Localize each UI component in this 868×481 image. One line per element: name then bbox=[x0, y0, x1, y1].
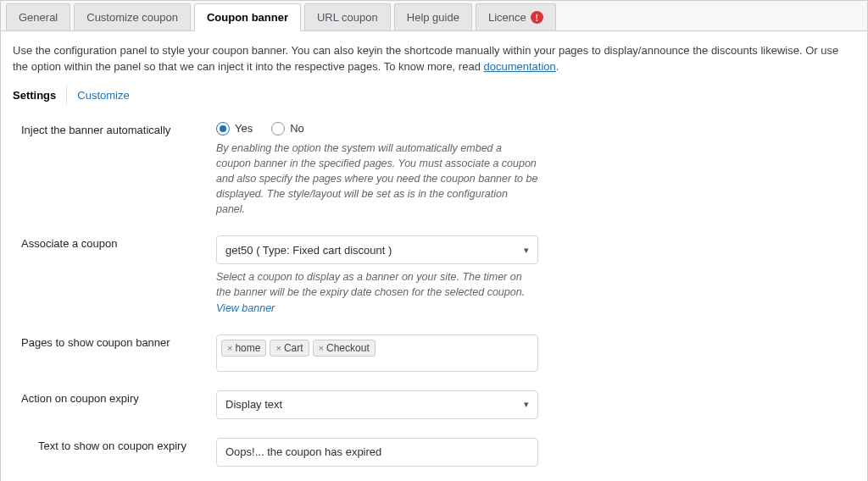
expiry-action-select[interactable]: Display text ▾ bbox=[216, 390, 538, 419]
pages-label: Pages to show coupon banner bbox=[1, 326, 213, 382]
remove-tag-icon[interactable]: × bbox=[227, 343, 232, 353]
tag-cart-label: Cart bbox=[284, 342, 303, 354]
associate-label: Associate a coupon bbox=[1, 227, 213, 325]
associate-select[interactable]: get50 ( Type: Fixed cart discount ) ▾ bbox=[216, 235, 538, 264]
tab-coupon-banner[interactable]: Coupon banner bbox=[194, 3, 301, 31]
inject-yes-label: Yes bbox=[235, 122, 253, 135]
tag-cart[interactable]: ×Cart bbox=[270, 340, 309, 357]
inject-no-label: No bbox=[290, 122, 304, 135]
inject-no-option[interactable]: No bbox=[271, 122, 304, 135]
subtab-customize[interactable]: Customize bbox=[70, 86, 137, 105]
expiry-action-value: Display text bbox=[225, 398, 282, 411]
intro-post: . bbox=[556, 60, 559, 73]
sub-tabs: Settings Customize bbox=[1, 82, 867, 113]
inject-no-radio[interactable] bbox=[271, 122, 285, 135]
banner-click-label: Action on banner click bbox=[1, 477, 213, 481]
intro-text: Use the configuration panel to style you… bbox=[1, 31, 867, 82]
subtab-settings[interactable]: Settings bbox=[13, 86, 67, 105]
tab-url-coupon[interactable]: URL coupon bbox=[304, 3, 391, 30]
expiry-action-label: Action on coupon expiry bbox=[1, 382, 213, 429]
remove-tag-icon[interactable]: × bbox=[319, 343, 324, 353]
tab-licence[interactable]: Licence ! bbox=[476, 3, 556, 30]
tag-home[interactable]: ×home bbox=[221, 340, 266, 357]
tab-help-guide[interactable]: Help guide bbox=[394, 3, 472, 30]
tab-general[interactable]: General bbox=[6, 3, 70, 30]
inject-yes-radio[interactable] bbox=[216, 122, 230, 135]
intro-pre: Use the configuration panel to style you… bbox=[13, 44, 838, 73]
associate-help: Select a coupon to display as a banner o… bbox=[216, 269, 538, 315]
chevron-down-icon: ▾ bbox=[524, 399, 529, 410]
alert-icon: ! bbox=[531, 11, 543, 24]
associate-help-pre: Select a coupon to display as a banner o… bbox=[216, 271, 525, 298]
inject-yes-option[interactable]: Yes bbox=[216, 122, 253, 135]
remove-tag-icon[interactable]: × bbox=[275, 343, 281, 353]
settings-form: Inject the banner automatically Yes No B… bbox=[1, 113, 867, 481]
pages-tag-input[interactable]: ×home ×Cart ×Checkout bbox=[216, 334, 538, 372]
expiry-text-label: Text to show on coupon expiry bbox=[1, 429, 213, 477]
expiry-text-input[interactable] bbox=[216, 438, 538, 467]
view-banner-link[interactable]: View banner bbox=[216, 302, 275, 314]
associate-value: get50 ( Type: Fixed cart discount ) bbox=[225, 244, 392, 257]
tag-checkout-label: Checkout bbox=[326, 342, 370, 354]
inject-help: By enabling the option the system will a… bbox=[216, 141, 538, 218]
tab-licence-label: Licence bbox=[488, 11, 526, 24]
inject-label: Inject the banner automatically bbox=[1, 113, 213, 228]
tag-checkout[interactable]: ×Checkout bbox=[313, 340, 376, 357]
documentation-link[interactable]: documentation bbox=[483, 60, 555, 73]
tab-customize-coupon[interactable]: Customize coupon bbox=[74, 3, 191, 30]
chevron-down-icon: ▾ bbox=[524, 245, 529, 256]
tag-home-label: home bbox=[235, 342, 260, 354]
top-tabs: General Customize coupon Coupon banner U… bbox=[1, 1, 867, 31]
